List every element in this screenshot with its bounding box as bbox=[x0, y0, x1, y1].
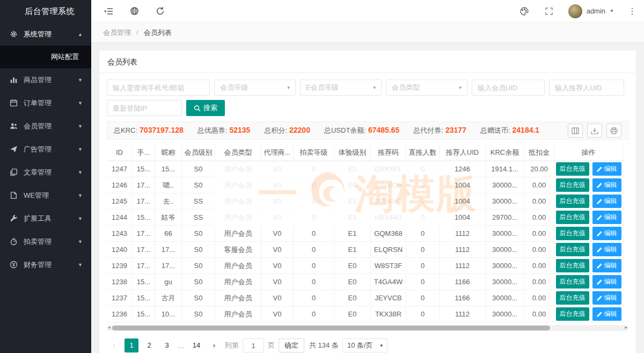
edit-button[interactable]: 编辑 bbox=[592, 178, 621, 192]
more-options-icon[interactable]: ⋮ bbox=[628, 7, 636, 16]
sidebar-item-ads[interactable]: 广告管理 ▼ bbox=[0, 138, 91, 161]
member-uid-input[interactable] bbox=[472, 80, 545, 96]
toggle-columns-button[interactable] bbox=[568, 124, 583, 138]
table-cell: 0 bbox=[406, 226, 440, 242]
column-header: KRC余额 bbox=[486, 144, 524, 161]
scroll-left-icon[interactable]: ◂ bbox=[108, 325, 111, 330]
edit-button[interactable]: 编辑 bbox=[592, 307, 621, 321]
member-type-select[interactable]: 会员类型 ▾ bbox=[386, 80, 467, 96]
refresh-icon[interactable] bbox=[155, 6, 165, 17]
table-cell: 0 bbox=[406, 290, 440, 306]
page-button[interactable]: 2 bbox=[142, 338, 156, 352]
table-cell: 0 bbox=[294, 242, 334, 258]
breadcrumb-parent[interactable]: 会员管理 bbox=[103, 28, 131, 38]
scrollbar-thumb[interactable] bbox=[112, 326, 550, 330]
recharge-button[interactable]: 后台充值 bbox=[556, 178, 589, 192]
page-button[interactable]: 14 bbox=[189, 338, 203, 352]
column-header: 会员级别 bbox=[182, 144, 215, 161]
table-cell: 30000... bbox=[486, 290, 524, 306]
sidebar-item-auction[interactable]: 拍卖管理 ▼ bbox=[0, 230, 91, 253]
goto-page-input[interactable] bbox=[243, 338, 264, 352]
breadcrumb-current: 会员列表 bbox=[144, 28, 172, 38]
search-icon bbox=[194, 105, 201, 112]
sidebar-item-system[interactable]: 系统管理 ▲ bbox=[0, 23, 91, 46]
yen-coin-icon bbox=[10, 261, 18, 269]
recharge-button[interactable]: 后台充值 bbox=[556, 307, 589, 321]
confirm-button[interactable]: 确定 bbox=[279, 338, 304, 352]
table-cell: 0 bbox=[406, 161, 440, 177]
sidebar-item-we[interactable]: WE管理 ▼ bbox=[0, 184, 91, 207]
table-cell: 17... bbox=[133, 242, 155, 258]
table-cell: 15... bbox=[133, 161, 155, 177]
edit-button[interactable]: 编辑 bbox=[592, 227, 621, 240]
recharge-button[interactable]: 后台充值 bbox=[556, 162, 589, 176]
breadcrumb: 会员管理 / 会员列表 bbox=[91, 23, 644, 43]
sidebar-item-orders[interactable]: 订单管理 ▼ bbox=[0, 91, 91, 114]
edit-button[interactable]: 编辑 bbox=[592, 162, 621, 176]
column-header: 推荐人UID bbox=[440, 144, 486, 161]
latest-ip-input[interactable] bbox=[107, 100, 182, 116]
referrer-uid-input[interactable] bbox=[549, 80, 624, 96]
bar-chart-icon bbox=[10, 76, 18, 84]
stat-item: 总KRC:7037197.128 bbox=[114, 126, 184, 135]
edit-button[interactable]: 编辑 bbox=[592, 243, 621, 256]
table-cell: GRKSFL bbox=[371, 161, 406, 177]
table-cell: 1004 bbox=[440, 193, 486, 210]
recharge-button[interactable]: 后台充值 bbox=[556, 275, 589, 289]
collapse-menu-icon[interactable] bbox=[103, 6, 114, 17]
page-button[interactable]: 3 bbox=[160, 338, 174, 352]
phone-email-input[interactable] bbox=[107, 80, 210, 96]
table-cell: E1 bbox=[334, 226, 371, 242]
recharge-button[interactable]: 后台充值 bbox=[556, 259, 589, 272]
table-cell: ELQRSN bbox=[371, 242, 406, 258]
print-button[interactable] bbox=[606, 124, 621, 138]
table-cell: E0 bbox=[334, 161, 371, 177]
website-globe-icon[interactable] bbox=[129, 6, 140, 17]
recharge-button[interactable]: 后台充值 bbox=[556, 211, 589, 224]
sidebar-item-tools[interactable]: 扩展工具 ▼ bbox=[0, 207, 91, 230]
table-cell: 用户会员 bbox=[215, 290, 261, 306]
table-cell: 1247 bbox=[107, 161, 133, 177]
chevron-down-icon: ▾ bbox=[373, 85, 376, 90]
export-button[interactable] bbox=[587, 124, 602, 138]
page-button[interactable]: 1 bbox=[125, 338, 138, 352]
scroll-right-icon[interactable]: ▸ bbox=[625, 325, 627, 330]
theme-palette-icon[interactable] bbox=[519, 6, 530, 17]
table-cell: 0 bbox=[294, 290, 334, 306]
table-cell: 0 bbox=[294, 274, 334, 290]
recharge-button[interactable]: 后台充值 bbox=[556, 227, 589, 240]
edit-button[interactable]: 编辑 bbox=[592, 259, 621, 272]
table-cell: S0 bbox=[182, 161, 215, 177]
table-cell: 0.00 bbox=[524, 290, 554, 306]
sidebar-item-finance[interactable]: 财务管理 ▼ bbox=[0, 253, 91, 276]
sidebar-item-articles[interactable]: 文章管理 ▼ bbox=[0, 161, 91, 184]
recharge-button[interactable]: 后台充值 bbox=[556, 243, 589, 256]
sidebar-item-site-config[interactable]: 网站配置 bbox=[0, 46, 91, 68]
prev-page-icon[interactable]: ‹ bbox=[107, 338, 121, 352]
sidebar-item-label: 扩展工具 bbox=[24, 214, 52, 224]
user-menu[interactable]: admin ▼ bbox=[568, 4, 614, 18]
sidebar-item-members[interactable]: 会员管理 ▼ bbox=[0, 114, 91, 138]
chevron-down-icon: ▼ bbox=[78, 147, 83, 152]
table-cell: S0 bbox=[182, 274, 215, 290]
edit-button[interactable]: 编辑 bbox=[592, 194, 621, 208]
horizontal-scrollbar[interactable]: ◂ ▸ bbox=[107, 325, 628, 331]
export-icon bbox=[591, 127, 598, 134]
table-cell: GQM368 bbox=[371, 226, 406, 242]
table-cell: 15... bbox=[133, 290, 155, 306]
edit-button[interactable]: 编辑 bbox=[592, 275, 621, 289]
table-cell: 1238 bbox=[107, 274, 133, 290]
search-button[interactable]: 搜索 bbox=[186, 100, 225, 116]
member-level-select[interactable]: 会员等级 ▾ bbox=[214, 80, 296, 96]
edit-button[interactable]: 编辑 bbox=[592, 211, 621, 224]
fullscreen-icon[interactable] bbox=[544, 6, 554, 17]
next-page-icon[interactable]: › bbox=[207, 338, 221, 352]
table-cell: 1914.1... bbox=[486, 161, 524, 177]
page-size-select[interactable]: 10 条/页 ▾ bbox=[342, 338, 387, 352]
sidebar-item-products[interactable]: 商品管理 ▼ bbox=[0, 68, 91, 91]
edit-button[interactable]: 编辑 bbox=[592, 291, 621, 305]
recharge-button[interactable]: 后台充值 bbox=[556, 291, 589, 305]
table-cell: T4GA4W bbox=[371, 274, 406, 290]
e-member-level-select[interactable]: E会员等级 ▾ bbox=[300, 80, 382, 96]
recharge-button[interactable]: 后台充值 bbox=[556, 194, 589, 208]
